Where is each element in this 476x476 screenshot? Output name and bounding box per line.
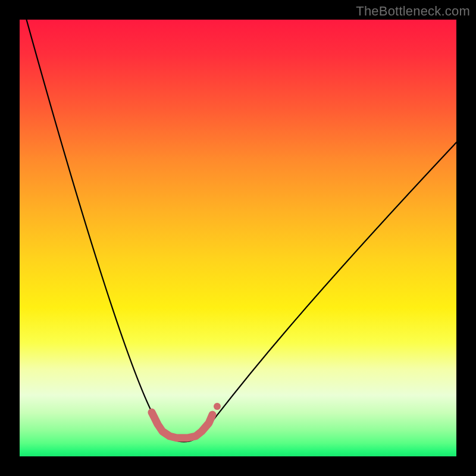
optimal-region-marker [20,20,456,456]
plot-area [20,20,456,456]
chart-frame: TheBottleneck.com [0,0,476,476]
watermark-text: TheBottleneck.com [356,4,470,19]
marker-dot [214,403,221,410]
marker-path [152,412,212,438]
